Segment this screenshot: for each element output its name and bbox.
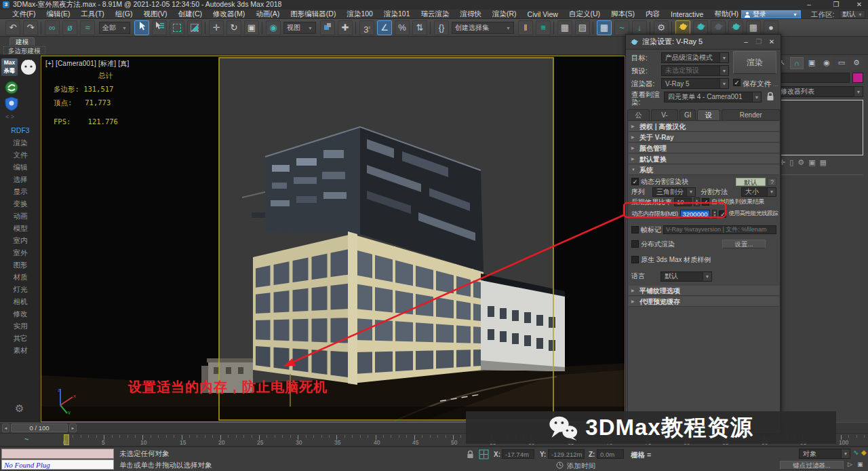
selection-lock-icon[interactable]	[467, 450, 474, 459]
sidebar-item-file[interactable]: 文件	[0, 151, 41, 160]
menu-civil-view[interactable]: Civil View	[522, 10, 564, 18]
menu-tools[interactable]: 工具(T)	[75, 10, 109, 19]
sidebar-item-other[interactable]: 其它	[0, 334, 41, 343]
sidebar-item-render[interactable]: 渲染	[0, 138, 41, 148]
redo-icon[interactable]: ↷	[23, 20, 38, 35]
auto-switch-checkbox[interactable]	[702, 198, 709, 206]
green-plugin-icon[interactable]	[5, 81, 18, 94]
reference-coordinate-dropdown[interactable]: 视图▼	[283, 22, 316, 34]
menu-edit[interactable]: 编辑(E)	[41, 10, 75, 19]
lock-icon[interactable]	[766, 92, 774, 102]
layer-explorer-icon[interactable]: ▤	[575, 20, 590, 35]
use-pivot-center-icon[interactable]	[320, 20, 335, 35]
snaps-toggle-icon[interactable]: 3²	[359, 20, 374, 35]
dr-settings-button[interactable]: 设置...	[722, 240, 766, 248]
tab-hierarchy-icon[interactable]: ▣	[805, 57, 818, 69]
edit-named-selection-icon[interactable]: {‌}	[434, 20, 449, 35]
tab-gi[interactable]: GI	[679, 109, 696, 120]
z-coordinate-field[interactable]: 0.0m	[597, 449, 624, 459]
menu-interactive[interactable]: Interactive	[665, 10, 709, 18]
ribbon-tab-modeling[interactable]: 建模	[9, 37, 35, 45]
stack-tool-icons[interactable]: ✛▯⚙▣▦	[779, 158, 863, 169]
menu-animation[interactable]: 动画(A)	[250, 10, 285, 19]
camera-viewport[interactable]: [+] [Camera001] [标准] [真] 总计 多边形: 131,517…	[41, 56, 625, 422]
y-coordinate-field[interactable]: -129.212m	[548, 449, 585, 459]
default-button[interactable]: 默认	[736, 178, 766, 186]
select-manipulate-icon[interactable]: ✚	[338, 20, 353, 35]
save-file-checkbox[interactable]	[733, 79, 741, 86]
material-editor-icon[interactable]: ⚙	[654, 20, 669, 35]
play-animation-icon[interactable]: ▷	[848, 461, 852, 468]
sidebar-item-select[interactable]: 选择	[0, 175, 41, 185]
align-icon[interactable]: ≡	[536, 20, 551, 35]
select-link-icon[interactable]: ∞	[45, 20, 60, 35]
post-effects-field[interactable]: 10	[674, 197, 692, 206]
menu-views[interactable]: 视图(V)	[138, 10, 173, 19]
sidebar-item-model[interactable]: 模型	[0, 224, 41, 233]
key-mode-icon[interactable]: ◆	[861, 449, 867, 456]
sidebar-item-interior[interactable]: 室内	[0, 236, 41, 246]
tab-vray[interactable]: V-Ray	[651, 109, 678, 120]
menu-render101[interactable]: 渲染101	[378, 10, 416, 19]
spinner-snap-icon[interactable]: ⇅	[412, 20, 427, 35]
sidebar-item-light[interactable]: 灯光	[0, 285, 41, 295]
menu-create[interactable]: 创建(C)	[173, 10, 208, 19]
menu-help[interactable]: 帮助(H)	[709, 10, 744, 19]
object-name-input[interactable]	[776, 73, 850, 83]
tab-modify-icon[interactable]: ∩	[790, 57, 804, 69]
workspace-dropdown[interactable]: 默认 ▼	[840, 10, 865, 18]
cat-logo-icon[interactable]	[20, 58, 37, 75]
save-file-browse-button[interactable]: ...	[772, 79, 778, 88]
frame-stamp-field[interactable]: V-Ray %vrayversion | 文件: %filenam	[663, 225, 776, 234]
angle-snap-icon[interactable]: ∠	[377, 20, 392, 35]
select-move-icon[interactable]: ✛	[209, 20, 224, 35]
menu-file[interactable]: 文件(F)	[7, 10, 41, 19]
time-config-icon[interactable]: ▣	[857, 461, 863, 468]
named-selection-set-dropdown[interactable]: 创建选择集▼	[452, 22, 514, 34]
dynamic-memory-field[interactable]: 3200000	[680, 210, 711, 219]
next-frame-button[interactable]: ►	[69, 423, 77, 432]
maximize-button[interactable]: ❐	[826, 0, 846, 9]
percent-snap-icon[interactable]: %	[395, 20, 410, 35]
tab-motion-icon[interactable]: ◉	[820, 57, 833, 69]
tab-common[interactable]: 公用	[627, 109, 650, 120]
material-sphere-icon[interactable]: ●	[764, 20, 778, 35]
sidebar-item-shapes[interactable]: 图形	[0, 261, 41, 270]
native-material-checkbox[interactable]	[631, 256, 639, 263]
snap-pivot-icon[interactable]: ◉	[266, 20, 281, 35]
menu-modifiers[interactable]: 修改器(M)	[208, 10, 250, 19]
schematic-view-icon[interactable]: ↓	[632, 20, 647, 35]
sequence-dropdown[interactable]: 三角剖分▼	[652, 187, 696, 197]
target-dropdown[interactable]: 产品级渲染模式▼	[661, 52, 729, 63]
sidebar-item-display[interactable]: 显示	[0, 187, 41, 197]
mini-curve-editor-icon[interactable]: ~	[24, 435, 28, 443]
preset-dropdown[interactable]: 未选定预设▼	[661, 65, 729, 76]
rollout-system[interactable]: 系统	[629, 165, 779, 175]
tab-render-elements[interactable]: Render Elements	[722, 109, 781, 120]
language-dropdown[interactable]: 默认▼	[660, 271, 712, 282]
dialog-minimize-icon[interactable]: –	[741, 38, 751, 45]
absolute-relative-toggle-icon[interactable]	[479, 449, 489, 459]
menu-graph-editors[interactable]: 图形编辑器(D)	[285, 10, 341, 19]
renderer-dropdown[interactable]: V-Ray 5▼	[661, 78, 729, 89]
rollout-tiled-textures[interactable]: 平铺纹理选项	[629, 286, 779, 296]
render-setup-dialog[interactable]: 渲染设置: V-Ray 5 – ❐ ✕ 目标: 产品级渲染模式▼ 预设: 未选定…	[625, 34, 781, 434]
sidebar-item-edit[interactable]: 编辑	[0, 163, 41, 172]
rollout-default-displacement[interactable]: 默认置换	[629, 154, 779, 164]
menu-group[interactable]: 组(G)	[110, 10, 138, 19]
key-filters-button[interactable]: 键点过滤器...	[780, 461, 844, 470]
rollout-authorization[interactable]: 授权 | 高傲汉化	[629, 121, 779, 132]
rollout-proxy-preview-cache[interactable]: 代理预览缓存	[629, 297, 779, 307]
tab-settings[interactable]: 设置	[697, 109, 719, 120]
menu-cloud-render[interactable]: 瑞云渲染	[415, 10, 454, 19]
object-color-swatch[interactable]	[852, 73, 863, 83]
menu-rendering[interactable]: 渲染(R)	[487, 10, 522, 19]
select-scale-icon[interactable]: ▣	[244, 20, 259, 35]
select-by-name-icon[interactable]	[152, 20, 167, 35]
modifier-list-dropdown[interactable]: 修改器列表▼	[776, 86, 863, 97]
sidebar-item-material[interactable]: 材质	[0, 273, 41, 282]
select-object-icon[interactable]	[134, 20, 149, 35]
help-button[interactable]: ?	[768, 178, 776, 186]
menu-customize[interactable]: 自定义(U)	[564, 10, 606, 19]
sign-in-dropdown[interactable]: 登录 ▼	[741, 10, 801, 18]
